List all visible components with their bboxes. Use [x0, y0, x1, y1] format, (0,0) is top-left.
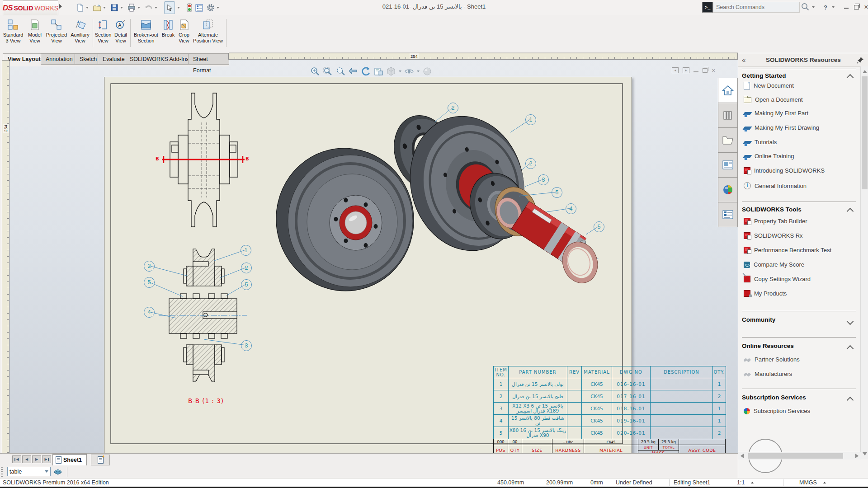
- taskpane-tab-resources[interactable]: [718, 78, 738, 103]
- search-scope-caret[interactable]: [812, 6, 815, 8]
- child-close-icon[interactable]: ×: [712, 68, 715, 73]
- appearance-button[interactable]: [422, 66, 432, 76]
- section-view-bb[interactable]: [159, 249, 247, 382]
- zoom-area-button[interactable]: [323, 66, 333, 76]
- section-getting-started[interactable]: Getting Started: [742, 72, 786, 79]
- undo-button[interactable]: [143, 2, 160, 14]
- projected-view-button[interactable]: ProjectedView: [45, 17, 68, 50]
- pin-icon[interactable]: [857, 56, 864, 65]
- previous-sheet-button[interactable]: ◀: [22, 455, 31, 463]
- close-button[interactable]: ×: [861, 3, 868, 11]
- bom-row[interactable]: 3 بالانسر 15 تن 6 X12 X3 X189 فدرال اسپی…: [494, 403, 726, 415]
- taskpane-tab-file-explorer[interactable]: [718, 127, 738, 153]
- bom-row[interactable]: 1 پولی بالانسر 15 تن فدرال CK45 016-16-0…: [494, 378, 726, 390]
- new-dropdown-caret[interactable]: [86, 7, 89, 9]
- restore-button[interactable]: [851, 4, 861, 11]
- balloon[interactable]: 5: [241, 279, 252, 290]
- taskpane-tab-appearances[interactable]: [718, 177, 738, 202]
- graphics-area[interactable]: B B B-B (1 : 3) 1 2 2 5 5 4 3 2 1 2 3 5 …: [9, 60, 738, 453]
- section-online-resources[interactable]: Online Resources: [742, 343, 794, 349]
- zoom-fit-button[interactable]: [310, 66, 320, 76]
- tab-solidworks-add-ins[interactable]: SOLIDWORKS Add-Ins: [125, 53, 194, 65]
- balloon[interactable]: 1: [241, 245, 251, 256]
- scroll-right-arrow[interactable]: [855, 454, 859, 458]
- child-minimize-icon[interactable]: [693, 71, 698, 72]
- section-line-bb[interactable]: [162, 156, 245, 163]
- item-new-document[interactable]: New Document: [744, 82, 794, 89]
- save-dropdown-caret[interactable]: [120, 7, 123, 9]
- section-community[interactable]: Community: [742, 316, 775, 323]
- display-style-caret[interactable]: [399, 70, 401, 72]
- child-restore-icon[interactable]: [703, 68, 708, 73]
- drawing-sheet[interactable]: B B B-B (1 : 3) 1 2 2 5 5 4 3 2 1 2 3 5 …: [104, 77, 632, 453]
- print-button[interactable]: [126, 2, 142, 14]
- front-view[interactable]: [162, 93, 245, 227]
- scroll-left-arrow[interactable]: [741, 454, 744, 458]
- taskpane-horizontal-scrollbar[interactable]: [738, 452, 861, 460]
- balloon[interactable]: 3: [241, 340, 252, 351]
- toolbar-grip[interactable]: [1, 467, 3, 477]
- scrollbar-thumb[interactable]: [748, 453, 843, 459]
- settings-button[interactable]: [205, 2, 222, 14]
- help-dropdown-caret[interactable]: [832, 6, 835, 8]
- taskpane-tab-design-library[interactable]: [718, 103, 738, 128]
- scroll-down-arrow[interactable]: [863, 452, 867, 455]
- balloon[interactable]: 4: [566, 203, 576, 214]
- add-sheet-tab[interactable]: [91, 455, 110, 465]
- balloon[interactable]: 2: [241, 263, 252, 273]
- item-making-my-first-part[interactable]: Making My First Part: [744, 110, 808, 117]
- item-subscription-services[interactable]: Subscription Services: [744, 408, 810, 414]
- undo-dropdown-caret[interactable]: [155, 7, 157, 9]
- select-tool-button[interactable]: [164, 1, 175, 14]
- taskpane-vertical-scrollbar[interactable]: [860, 66, 868, 459]
- chevron-up-icon[interactable]: [847, 74, 854, 81]
- hide-show-caret[interactable]: [417, 70, 420, 72]
- search-input[interactable]: [713, 2, 800, 13]
- select-dropdown-caret[interactable]: [177, 7, 180, 9]
- balloon[interactable]: 2: [448, 103, 458, 113]
- options-form-button[interactable]: [194, 2, 204, 14]
- item-my-products[interactable]: My Products: [744, 290, 787, 297]
- model-view-button[interactable]: ModelView: [25, 17, 44, 50]
- table-style-combo[interactable]: table: [7, 467, 51, 476]
- search-commands-icon[interactable]: >_: [702, 2, 713, 13]
- item-solidworks-rx[interactable]: SOLIDWORKS Rx: [744, 232, 803, 239]
- item-online-training[interactable]: Online Training: [744, 153, 794, 160]
- chevron-up-icon[interactable]: [847, 397, 854, 404]
- open-button[interactable]: [92, 2, 108, 14]
- item-compare-my-score[interactable]: Compare My Score: [744, 261, 804, 268]
- break-button[interactable]: Break: [160, 17, 176, 50]
- bom-row[interactable]: 4 شافت قطر 80 بالانسر 15 تن CK45 019-16-…: [494, 415, 726, 427]
- bom-row[interactable]: 2 فلنج بالانسر 15 تن فدرال CK45 017-16-0…: [494, 390, 726, 403]
- chevron-up-icon[interactable]: [847, 208, 854, 215]
- balloon[interactable]: 5: [552, 187, 562, 198]
- sheet-properties-button[interactable]: [373, 66, 383, 76]
- sheet1-tab[interactable]: Sheet1: [52, 454, 87, 466]
- print-dropdown-caret[interactable]: [137, 7, 140, 9]
- sheet-scale[interactable]: 1:1: [737, 479, 754, 487]
- save-button[interactable]: [109, 2, 125, 14]
- hide-show-items-button[interactable]: [404, 66, 414, 76]
- item-performance-benchmark-test[interactable]: Performance Benchmark Test: [744, 247, 831, 253]
- next-sheet-button[interactable]: ▶: [32, 455, 41, 463]
- section-solidworks-tools[interactable]: SOLIDWORKS Tools: [742, 206, 802, 213]
- item-general-information[interactable]: iGeneral Information: [744, 182, 807, 189]
- help-button[interactable]: ?: [821, 4, 830, 11]
- bom-table[interactable]: ITEM NO. PART NUMBER REV MATERIAL DWG NO…: [493, 366, 726, 439]
- bom-row[interactable]: 5 رینگ بالانسر 15 تن 16 X80 X90 فدرال CK…: [494, 427, 726, 439]
- first-sheet-button[interactable]: ◀: [12, 455, 21, 463]
- taskpane-tab-view-palette[interactable]: [718, 152, 738, 178]
- scrollbar-thumb[interactable]: [862, 76, 868, 189]
- pane-left-icon[interactable]: ◂: [672, 67, 679, 73]
- settings-dropdown-caret[interactable]: [217, 7, 219, 9]
- display-style-button[interactable]: [386, 66, 396, 76]
- balloon[interactable]: 3: [538, 174, 549, 185]
- item-tutorials[interactable]: Tutorials: [744, 139, 777, 145]
- balloon[interactable]: 5: [594, 221, 604, 232]
- zoom-selection-button[interactable]: [335, 66, 345, 76]
- redraw-button[interactable]: [361, 66, 371, 76]
- new-document-button[interactable]: [75, 2, 91, 14]
- item-copy-settings-wizard[interactable]: Copy Settings Wizard: [744, 276, 811, 282]
- layers-button[interactable]: [53, 467, 62, 477]
- units-selector[interactable]: MMGS: [799, 479, 826, 487]
